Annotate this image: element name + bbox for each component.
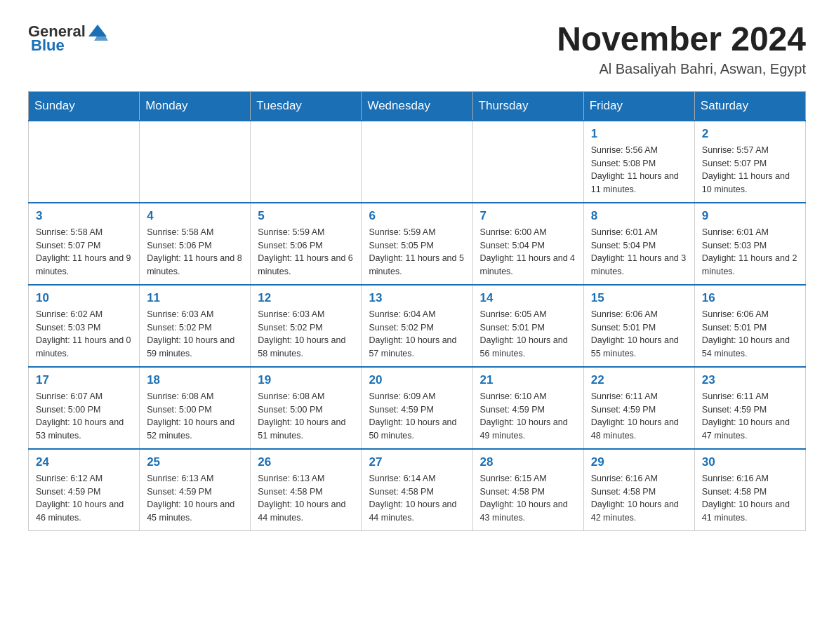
day-info: Sunrise: 6:03 AM Sunset: 5:02 PM Dayligh… xyxy=(147,308,243,361)
calendar-header-friday: Friday xyxy=(583,91,694,121)
day-info: Sunrise: 6:11 AM Sunset: 4:59 PM Dayligh… xyxy=(591,390,687,443)
calendar-cell xyxy=(472,121,583,203)
calendar-cell: 25Sunrise: 6:13 AM Sunset: 4:59 PM Dayli… xyxy=(140,449,251,531)
calendar-cell xyxy=(251,121,362,203)
calendar-cell: 18Sunrise: 6:08 AM Sunset: 5:00 PM Dayli… xyxy=(140,367,251,449)
calendar-cell: 24Sunrise: 6:12 AM Sunset: 4:59 PM Dayli… xyxy=(29,449,140,531)
day-info: Sunrise: 6:16 AM Sunset: 4:58 PM Dayligh… xyxy=(591,472,687,525)
calendar-header-thursday: Thursday xyxy=(472,91,583,121)
calendar-header-row: SundayMondayTuesdayWednesdayThursdayFrid… xyxy=(29,91,806,121)
day-number: 26 xyxy=(258,455,354,469)
week-row-1: 1Sunrise: 5:56 AM Sunset: 5:08 PM Daylig… xyxy=(29,121,806,203)
calendar-cell: 27Sunrise: 6:14 AM Sunset: 4:58 PM Dayli… xyxy=(362,449,472,531)
day-info: Sunrise: 6:11 AM Sunset: 4:59 PM Dayligh… xyxy=(702,390,798,443)
day-info: Sunrise: 6:00 AM Sunset: 5:04 PM Dayligh… xyxy=(480,226,576,279)
day-number: 19 xyxy=(258,373,354,387)
day-number: 25 xyxy=(147,455,243,469)
logo-icon xyxy=(87,21,108,42)
calendar-header-tuesday: Tuesday xyxy=(251,91,362,121)
calendar-cell xyxy=(362,121,472,203)
day-info: Sunrise: 6:15 AM Sunset: 4:58 PM Dayligh… xyxy=(480,472,576,525)
calendar-cell: 5Sunrise: 5:59 AM Sunset: 5:06 PM Daylig… xyxy=(251,203,362,285)
day-number: 24 xyxy=(36,455,132,469)
day-number: 30 xyxy=(702,455,798,469)
calendar-cell: 20Sunrise: 6:09 AM Sunset: 4:59 PM Dayli… xyxy=(362,367,472,449)
calendar-cell: 6Sunrise: 5:59 AM Sunset: 5:05 PM Daylig… xyxy=(362,203,472,285)
calendar-cell: 22Sunrise: 6:11 AM Sunset: 4:59 PM Dayli… xyxy=(583,367,694,449)
location-subtitle: Al Basaliyah Bahri, Aswan, Egypt xyxy=(557,61,806,77)
day-info: Sunrise: 6:05 AM Sunset: 5:01 PM Dayligh… xyxy=(480,308,576,361)
day-info: Sunrise: 6:03 AM Sunset: 5:02 PM Dayligh… xyxy=(258,308,354,361)
calendar-cell: 19Sunrise: 6:08 AM Sunset: 5:00 PM Dayli… xyxy=(251,367,362,449)
day-number: 17 xyxy=(36,373,132,387)
calendar-cell xyxy=(29,121,140,203)
day-number: 9 xyxy=(702,209,798,223)
calendar-header-saturday: Saturday xyxy=(694,91,805,121)
day-info: Sunrise: 6:06 AM Sunset: 5:01 PM Dayligh… xyxy=(591,308,687,361)
week-row-5: 24Sunrise: 6:12 AM Sunset: 4:59 PM Dayli… xyxy=(29,449,806,531)
calendar-cell: 1Sunrise: 5:56 AM Sunset: 5:08 PM Daylig… xyxy=(583,121,694,203)
day-number: 29 xyxy=(591,455,687,469)
day-info: Sunrise: 6:02 AM Sunset: 5:03 PM Dayligh… xyxy=(36,308,132,361)
calendar-cell: 21Sunrise: 6:10 AM Sunset: 4:59 PM Dayli… xyxy=(472,367,583,449)
day-info: Sunrise: 6:14 AM Sunset: 4:58 PM Dayligh… xyxy=(369,472,465,525)
day-number: 21 xyxy=(480,373,576,387)
day-info: Sunrise: 6:10 AM Sunset: 4:59 PM Dayligh… xyxy=(480,390,576,443)
calendar-cell: 14Sunrise: 6:05 AM Sunset: 5:01 PM Dayli… xyxy=(472,285,583,367)
logo: General Blue xyxy=(28,21,108,55)
day-number: 2 xyxy=(702,127,798,141)
calendar-cell: 4Sunrise: 5:58 AM Sunset: 5:06 PM Daylig… xyxy=(140,203,251,285)
day-info: Sunrise: 6:08 AM Sunset: 5:00 PM Dayligh… xyxy=(147,390,243,443)
day-info: Sunrise: 5:59 AM Sunset: 5:05 PM Dayligh… xyxy=(369,226,465,279)
day-info: Sunrise: 5:57 AM Sunset: 5:07 PM Dayligh… xyxy=(702,144,798,196)
calendar-cell: 28Sunrise: 6:15 AM Sunset: 4:58 PM Dayli… xyxy=(472,449,583,531)
day-number: 3 xyxy=(36,209,132,223)
calendar-cell: 8Sunrise: 6:01 AM Sunset: 5:04 PM Daylig… xyxy=(583,203,694,285)
calendar-table: SundayMondayTuesdayWednesdayThursdayFrid… xyxy=(28,91,806,531)
day-info: Sunrise: 6:01 AM Sunset: 5:04 PM Dayligh… xyxy=(591,226,687,279)
calendar-cell: 3Sunrise: 5:58 AM Sunset: 5:07 PM Daylig… xyxy=(29,203,140,285)
month-title: November 2024 xyxy=(557,21,806,58)
day-info: Sunrise: 6:13 AM Sunset: 4:59 PM Dayligh… xyxy=(147,472,243,525)
calendar-cell: 16Sunrise: 6:06 AM Sunset: 5:01 PM Dayli… xyxy=(694,285,805,367)
day-number: 18 xyxy=(147,373,243,387)
day-number: 27 xyxy=(369,455,465,469)
day-number: 10 xyxy=(36,291,132,305)
day-info: Sunrise: 6:08 AM Sunset: 5:00 PM Dayligh… xyxy=(258,390,354,443)
day-number: 12 xyxy=(258,291,354,305)
calendar-cell: 2Sunrise: 5:57 AM Sunset: 5:07 PM Daylig… xyxy=(694,121,805,203)
day-info: Sunrise: 6:01 AM Sunset: 5:03 PM Dayligh… xyxy=(702,226,798,279)
day-number: 11 xyxy=(147,291,243,305)
day-number: 14 xyxy=(480,291,576,305)
day-info: Sunrise: 6:13 AM Sunset: 4:58 PM Dayligh… xyxy=(258,472,354,525)
day-number: 5 xyxy=(258,209,354,223)
day-info: Sunrise: 6:06 AM Sunset: 5:01 PM Dayligh… xyxy=(702,308,798,361)
day-number: 15 xyxy=(591,291,687,305)
day-number: 22 xyxy=(591,373,687,387)
calendar-cell: 17Sunrise: 6:07 AM Sunset: 5:00 PM Dayli… xyxy=(29,367,140,449)
day-number: 7 xyxy=(480,209,576,223)
day-number: 6 xyxy=(369,209,465,223)
day-info: Sunrise: 6:04 AM Sunset: 5:02 PM Dayligh… xyxy=(369,308,465,361)
calendar-header-sunday: Sunday xyxy=(29,91,140,121)
week-row-4: 17Sunrise: 6:07 AM Sunset: 5:00 PM Dayli… xyxy=(29,367,806,449)
calendar-cell: 30Sunrise: 6:16 AM Sunset: 4:58 PM Dayli… xyxy=(694,449,805,531)
calendar-cell: 23Sunrise: 6:11 AM Sunset: 4:59 PM Dayli… xyxy=(694,367,805,449)
calendar-cell: 29Sunrise: 6:16 AM Sunset: 4:58 PM Dayli… xyxy=(583,449,694,531)
day-number: 4 xyxy=(147,209,243,223)
day-info: Sunrise: 6:12 AM Sunset: 4:59 PM Dayligh… xyxy=(36,472,132,525)
logo-blue-text: Blue xyxy=(31,36,65,55)
calendar-cell: 12Sunrise: 6:03 AM Sunset: 5:02 PM Dayli… xyxy=(251,285,362,367)
week-row-3: 10Sunrise: 6:02 AM Sunset: 5:03 PM Dayli… xyxy=(29,285,806,367)
day-number: 8 xyxy=(591,209,687,223)
calendar-cell xyxy=(140,121,251,203)
calendar-header-monday: Monday xyxy=(140,91,251,121)
title-section: November 2024 Al Basaliyah Bahri, Aswan,… xyxy=(557,21,806,77)
calendar-cell: 7Sunrise: 6:00 AM Sunset: 5:04 PM Daylig… xyxy=(472,203,583,285)
day-info: Sunrise: 5:58 AM Sunset: 5:07 PM Dayligh… xyxy=(36,226,132,279)
day-number: 20 xyxy=(369,373,465,387)
day-info: Sunrise: 5:58 AM Sunset: 5:06 PM Dayligh… xyxy=(147,226,243,279)
day-number: 1 xyxy=(591,127,687,141)
day-number: 28 xyxy=(480,455,576,469)
calendar-cell: 10Sunrise: 6:02 AM Sunset: 5:03 PM Dayli… xyxy=(29,285,140,367)
